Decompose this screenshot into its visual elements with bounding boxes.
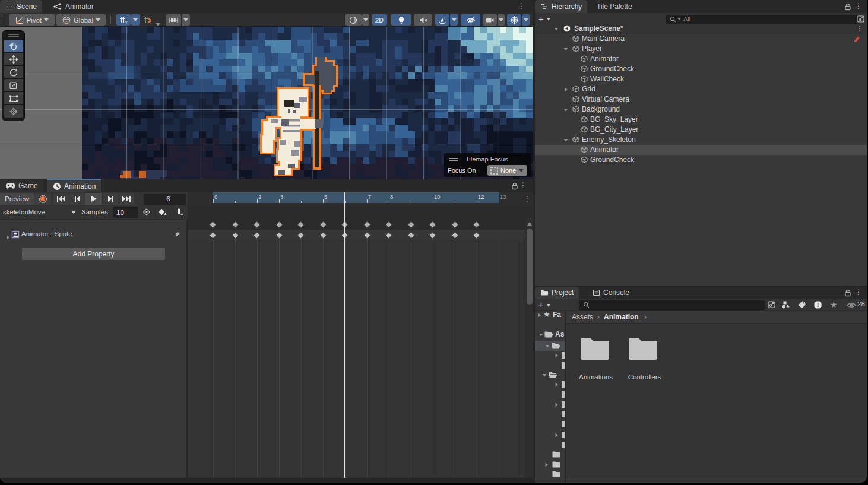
svg-text:Y: Y <box>125 20 128 25</box>
